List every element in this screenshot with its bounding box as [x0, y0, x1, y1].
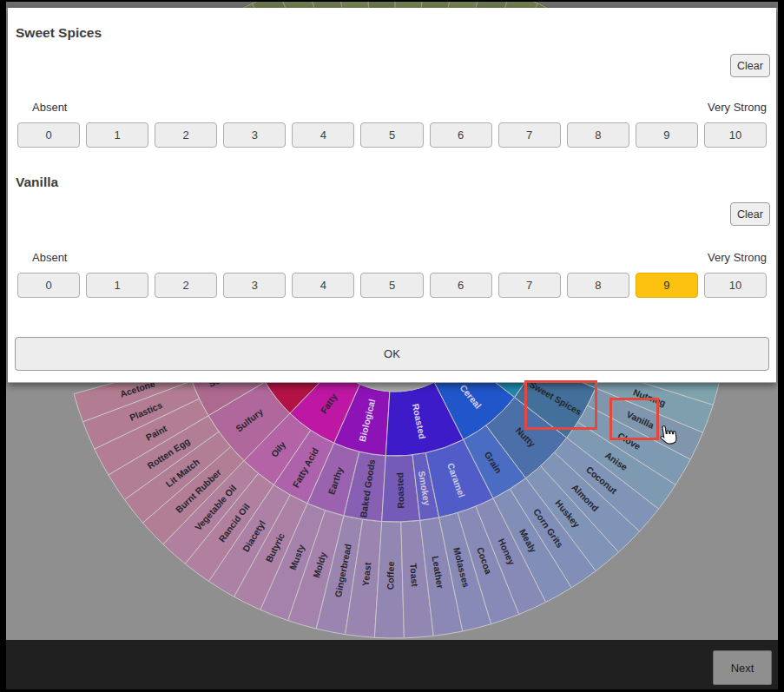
scale-button-3[interactable]: 3 [223, 273, 286, 298]
scale-button-1[interactable]: 1 [86, 273, 148, 298]
scale-button-8[interactable]: 8 [567, 273, 629, 298]
scale-button-0[interactable]: 0 [17, 122, 80, 148]
scale-button-3[interactable]: 3 [223, 122, 286, 148]
scale-button-10[interactable]: 10 [704, 122, 767, 148]
scale-button-2[interactable]: 2 [155, 122, 217, 148]
rating-modal: Sweet Spices Clear Absent Very Strong 01… [8, 8, 776, 383]
clear-button-vanilla[interactable]: Clear [730, 202, 770, 226]
wheel-label-toast: Toast [408, 563, 420, 588]
section-title-sweet-spices: Sweet Spices [16, 25, 102, 41]
scale-button-10[interactable]: 10 [704, 273, 767, 298]
scale-button-9[interactable]: 9 [636, 273, 698, 298]
very-strong-label: Very Strong [708, 101, 767, 114]
scale-button-4[interactable]: 4 [292, 273, 354, 298]
scale-button-7[interactable]: 7 [498, 122, 561, 148]
hand-cursor-icon [658, 424, 681, 446]
highlight-box-sweet-spices [524, 380, 597, 430]
scale-button-8[interactable]: 8 [567, 122, 629, 148]
absent-label: Absent [32, 251, 67, 264]
wheel-label-coffee: Coffee [385, 561, 396, 590]
absent-label: Absent [32, 101, 67, 114]
scale-button-5[interactable]: 5 [360, 122, 423, 148]
scale-button-1[interactable]: 1 [86, 122, 148, 148]
next-button[interactable]: Next [713, 650, 772, 685]
wheel-label-roasted: Roasted [394, 472, 405, 509]
scale-button-9[interactable]: 9 [636, 122, 698, 148]
ok-button[interactable]: OK [15, 337, 769, 371]
app-page: AcetonePlasticsPaintRotten EggLit MatchB… [6, 2, 778, 689]
section-title-vanilla: Vanilla [16, 175, 58, 190]
very-strong-label: Very Strong [708, 251, 767, 264]
scale-button-4[interactable]: 4 [292, 122, 354, 148]
scale-row-vanilla: 012345678910 [17, 273, 767, 298]
highlight-box-vanilla [609, 398, 659, 440]
scale-button-2[interactable]: 2 [155, 273, 217, 298]
scale-button-5[interactable]: 5 [360, 273, 423, 298]
scale-row-sweet-spices: 012345678910 [17, 122, 767, 148]
scale-button-7[interactable]: 7 [498, 273, 561, 298]
scale-button-0[interactable]: 0 [17, 273, 80, 298]
clear-button-sweet-spices[interactable]: Clear [730, 54, 770, 77]
scale-button-6[interactable]: 6 [430, 273, 492, 298]
scale-button-6[interactable]: 6 [430, 122, 492, 148]
footer-bar: Next [6, 640, 778, 689]
